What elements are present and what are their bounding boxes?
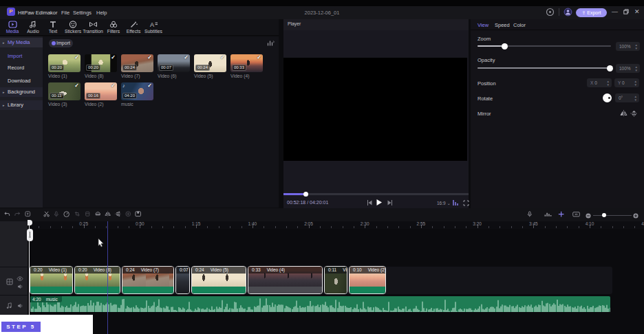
svg-text:A: A [150,21,154,28]
